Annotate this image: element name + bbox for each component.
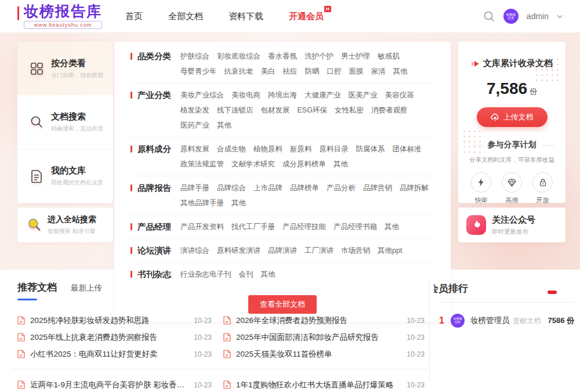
feature-fast-review[interactable]: 快审 [471,172,491,203]
category-link[interactable]: 其他品牌手册 [180,195,224,210]
category-link[interactable]: 品牌拆解 [400,180,429,195]
category-link[interactable]: 跨境出海 [268,88,297,103]
category-link[interactable]: 母婴青少年 [180,64,217,79]
nav-home[interactable]: 首页 [125,11,143,22]
doc-item[interactable]: 近两年1-9月主流电商平台美容护肤 彩妆香水TOP20榜10-23 [17,376,212,392]
category-link[interactable]: 敏感肌 [378,49,400,64]
sidebar-item-my-library[interactable]: 我的文库 我收藏的文档在这里 [17,149,113,203]
feature-high-commission[interactable]: 高佣 [502,172,522,203]
doc-item[interactable]: 2025年线上抗衰老消费趋势洞察报告10-23 [17,329,212,346]
category-link[interactable]: 产品经理技能 [282,219,326,234]
category-link[interactable]: 医美产业 [349,88,378,103]
feature-open[interactable]: 开放 [532,172,553,203]
category-link[interactable]: 工厂演讲 [304,243,334,258]
category-link[interactable]: 会刊 [239,267,253,282]
category-link[interactable]: 其他 [334,157,348,172]
feature-label: 快审 [475,196,488,203]
category-link[interactable]: 消费者观察 [371,103,408,118]
category-link[interactable]: 美容仪器 [385,88,414,103]
category-link[interactable]: 其他 [217,118,231,133]
category-link[interactable]: 其他ppt [378,243,402,258]
sidebar-item-title: 按分类看 [51,58,103,69]
site-search-card[interactable]: 进入全站搜索 智能搜索 精准引擎 [17,208,113,242]
category-link[interactable]: 品牌营销 [363,180,392,195]
category-link[interactable]: 成分原料榜单 [282,157,326,172]
sidebar-item-by-category[interactable]: 按分类看 分门别类，找你所想 [17,42,113,95]
doc-list-left: 2025纯净轻肤彩妆研发趋势和思路10-232025年线上抗衰老消费趋势洞察报告… [17,312,212,392]
category-link[interactable]: 美妆产业综合 [180,88,224,103]
category-link[interactable]: 团体标准 [393,141,422,157]
feature-label: 开放 [536,196,549,203]
doc-item[interactable]: 2025天猫美妆双11首份榜单10-23 [223,346,425,362]
category-link[interactable]: 市场营销 [341,243,370,258]
category-link[interactable]: 抗衰抗老 [224,64,253,79]
gem-icon [502,172,522,193]
doc-item[interactable]: 1年1度购物狂欢小红书大场直播单品打爆策略10-23 [223,376,425,392]
category-link[interactable]: 家清 [371,64,386,79]
category-link[interactable]: 品牌演讲 [268,243,297,258]
category-link[interactable]: 品牌榜单 [290,180,319,195]
category-link[interactable]: 上市品牌 [253,180,282,195]
category-link[interactable]: 大健康产业 [304,88,341,103]
upload-doc-button[interactable]: 上传文档 [477,107,548,127]
grid-icon [29,61,44,75]
nav-vip[interactable]: 开通会员H [289,11,324,22]
category-link[interactable]: 产品经理书籍 [334,219,377,234]
category-link[interactable]: 美妆电商 [231,88,260,103]
header: 妆榜报告库 www.beautyshu.com 首页全部文档资料下载开通会员H … [0,0,580,33]
category-link[interactable]: ESG环保 [298,103,327,118]
wechat-card[interactable]: 关注公众号 即时更新发布 [458,208,566,242]
category-link[interactable]: 其他 [261,267,276,282]
category-link[interactable]: 口腔 [327,64,342,79]
category-link[interactable]: 品牌手册 [180,180,209,195]
category-link[interactable]: 面膜 [349,64,364,79]
user-avatar[interactable]: 妆榜报告库 [503,9,519,24]
category-link[interactable]: 原料研发演讲 [217,243,260,258]
nav-downloads[interactable]: 资料下载 [229,11,263,22]
doc-item[interactable]: 2026年全球消费者趋势预测报告10-23 [223,312,425,329]
category-link[interactable]: 政策法规监管 [180,157,224,172]
category-link[interactable]: 新原料 [290,141,312,157]
view-all-docs-button[interactable]: 查看全部文档 [248,295,317,314]
category-link[interactable]: 行业杂志电子刊 [180,267,231,282]
category-link[interactable]: 美白 [261,64,276,79]
category-link[interactable]: 其他 [231,195,246,210]
category-link[interactable]: 演讲综合 [180,243,209,258]
category-link[interactable]: 线下连锁店 [217,103,253,118]
doc-item[interactable]: 小红书2025：电商双11让好货更好卖10-23 [17,346,212,362]
category-link[interactable]: 祛痘 [283,64,298,79]
category-link[interactable]: 护肤综合 [180,49,209,64]
category-link[interactable]: 品牌综合 [217,180,246,195]
sidebar-item-doc-search[interactable]: 文档搜索 精确搜索，直达所需 [17,95,113,148]
category-link[interactable]: 彩妆底妆综合 [217,49,260,64]
chevron-down-icon[interactable] [557,14,563,19]
search-icon[interactable] [483,10,495,23]
category-link[interactable]: 其他 [393,64,408,79]
category-link[interactable]: 医药产业 [180,118,209,133]
tab-latest-upload[interactable]: 最新上传 [71,283,102,293]
carousel-indicator[interactable] [548,291,557,294]
category-link[interactable]: 植发染发 [180,103,209,118]
category-link[interactable]: 原料目录 [320,141,349,157]
category-link[interactable]: 产品开发资料 [180,219,224,234]
doc-item[interactable]: 2025年中国面部清洁和卸妆产品研究报告10-23 [223,329,425,346]
logo[interactable]: 妆榜报告库 www.beautyshu.com [17,4,102,29]
category-link[interactable]: 香水香氛 [268,49,297,64]
doc-item[interactable]: 2025纯净轻肤彩妆研发趋势和思路10-23 [17,312,212,329]
category-link[interactable]: 防腐体系 [356,141,385,157]
category-link[interactable]: 洗护个护 [304,49,334,64]
category-link[interactable]: 文献学术研究 [231,157,275,172]
ranking-row[interactable]: 1 妆榜报告库 妆榜管理员 贡献文档 7586 份 [439,313,574,328]
tab-recommended[interactable]: 推荐文档 [17,281,57,300]
category-link[interactable]: 男士护理 [341,49,370,64]
category-link[interactable]: 包材发展 [261,103,290,118]
category-link[interactable]: 女性私密 [335,103,364,118]
category-link[interactable]: 植物原料 [253,141,282,157]
nav-all-docs[interactable]: 全部文档 [168,11,203,22]
category-link[interactable]: 合成生物 [217,141,246,157]
category-link[interactable]: 其他 [385,219,399,234]
category-link[interactable]: 原料发展 [180,141,209,157]
category-link[interactable]: 防晒 [305,64,320,79]
category-link[interactable]: 找代工厂手册 [231,219,275,234]
category-link[interactable]: 产品分析 [327,180,356,195]
